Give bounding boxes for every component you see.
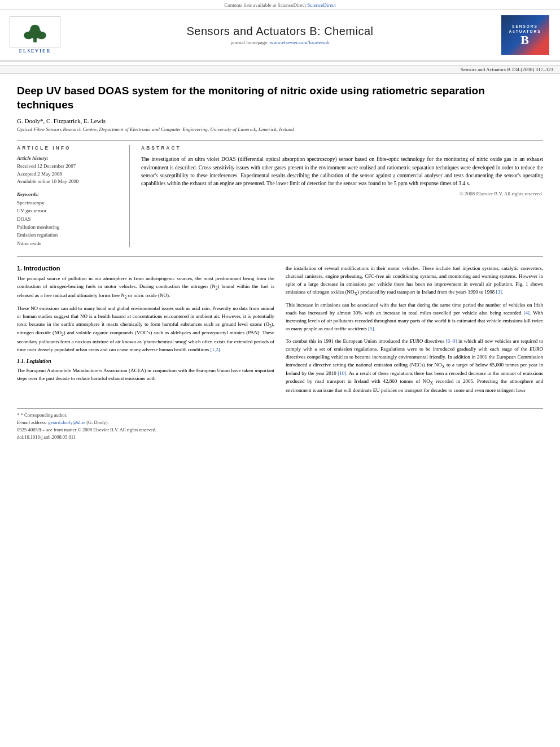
footer-email-line: E-mail address: gerard.dooly@ul.ie (G. D… [17,420,543,425]
body-col-left: 1. Introduction The principal source of … [17,265,274,399]
abstract-text: The investigation of an ultra violet DOA… [141,155,543,187]
ref-6-9[interactable]: [6–9] [446,338,457,344]
journal-header: Contents lists available at ScienceDirec… [0,0,560,62]
article-available: Available online 18 May 2008 [17,178,120,186]
svg-point-2 [24,32,33,39]
keyword-0: Spectroscopy [17,199,120,207]
citation-bar: Sensors and Actuators B 134 (2008) 317–3… [0,65,560,74]
body-para-right-3: To combat this in 1991 the European Unio… [286,338,543,395]
article-info-col: ARTICLE INFO Article history: Received 1… [17,145,130,247]
abstract-copyright: © 2008 Elsevier B.V. All rights reserved… [141,191,543,196]
journal-title: Sensors and Actuators B: Chemical [69,25,491,38]
keyword-2: DOAS [17,215,120,223]
journal-homepage-label: journal homepage: [231,40,269,45]
article-received: Received 12 December 2007 [17,163,120,171]
elsevier-logo [10,16,60,47]
citation-text: Sensors and Actuators B 134 (2008) 317–3… [461,67,553,72]
footer-email-name: (G. Dooly). [86,420,108,425]
body-para-right-1: the installation of several modification… [286,265,543,297]
ref-4[interactable]: [4] [524,310,530,316]
body-para-3: The European Automobile Manufacturers As… [17,367,274,383]
footer-email-label: E-mail address: [17,420,47,425]
elsevier-tree-icon [18,21,52,43]
body-col-right: the installation of several modification… [286,265,543,399]
journal-homepage-url[interactable]: www.elsevier.com/locate/snb [270,40,329,45]
body-columns: 1. Introduction The principal source of … [17,256,543,399]
ref-5[interactable]: [5] [368,326,374,331]
footer-email[interactable]: gerard.dooly@ul.ie [48,420,85,425]
footnote-star: * [17,412,20,418]
svg-point-3 [37,32,46,39]
section1-heading: 1. Introduction [17,265,274,272]
footer-corresponding-text: * Corresponding author. [21,412,67,418]
footer-doi: doi:10.1016/j.snb.2008.05.011 [17,434,543,440]
body-para-1: The principal source of pollution in our… [17,275,274,300]
keywords-label: Keywords: [17,191,120,197]
main-content: Deep UV based DOAS system for the monito… [0,74,560,447]
body-para-right-2: This increase in emissions can be associ… [286,302,543,333]
authors: G. Dooly*, C. Fitzpatrick, E. Lewis [17,117,543,124]
article-accepted: Accepted 2 May 2008 [17,171,120,178]
abstract-col: ABSTRACT The investigation of an ultra v… [130,145,543,247]
sciencedirect-link[interactable]: ScienceDirect [307,2,335,8]
svg-point-4 [30,24,40,33]
keyword-3: Pollution monitoring [17,223,120,231]
keyword-5: Nitric oxide [17,239,120,247]
footer-issn: 0925-4005/$ – see front matter © 2008 El… [17,427,543,433]
journal-top-bar: Contents lists available at ScienceDirec… [0,0,560,10]
elsevier-label: ELSEVIER [19,49,51,54]
footer-corresponding: * * Corresponding author. [17,412,543,418]
journal-homepage: journal homepage: www.elsevier.com/locat… [69,40,491,45]
keywords-list: Spectroscopy UV gas sensor DOAS Pollutio… [17,199,120,247]
article-title: Deep UV based DOAS system for the monito… [17,84,543,112]
article-history-label: Article history: [17,155,120,161]
journal-banner: ELSEVIER Sensors and Actuators B: Chemic… [0,12,560,58]
abstract-label: ABSTRACT [141,145,543,151]
sensors-logo-area: SENSORS AcTUATORS B [497,15,553,55]
ref-3[interactable]: [3] [496,289,502,295]
page-footer: * * Corresponding author. E-mail address… [17,408,543,440]
sensors-logo-box: SENSORS AcTUATORS B [501,15,549,55]
keyword-1: UV gas sensor [17,207,120,215]
elsevier-logo-area: ELSEVIER [7,16,63,54]
article-info-label: ARTICLE INFO [17,145,120,151]
subsection-1-1-heading: 1.1. Legislation [17,359,274,364]
body-para-2: These NO emissions can add to many local… [17,305,274,354]
sensors-logo-b: B [520,34,530,46]
sciencedirect-label: Contents lists available at ScienceDirec… [224,2,306,8]
keyword-4: Emission regulation [17,231,120,239]
ref-10[interactable]: [10] [338,370,346,376]
page-wrapper: Contents lists available at ScienceDirec… [0,0,560,747]
affiliation: Optical Fibre Sensors Research Centre, D… [17,126,543,132]
article-meta-section: ARTICLE INFO Article history: Received 1… [17,140,543,247]
journal-title-area: Sensors and Actuators B: Chemical journa… [63,25,497,45]
ref-1-2[interactable]: [1,2] [210,347,220,352]
